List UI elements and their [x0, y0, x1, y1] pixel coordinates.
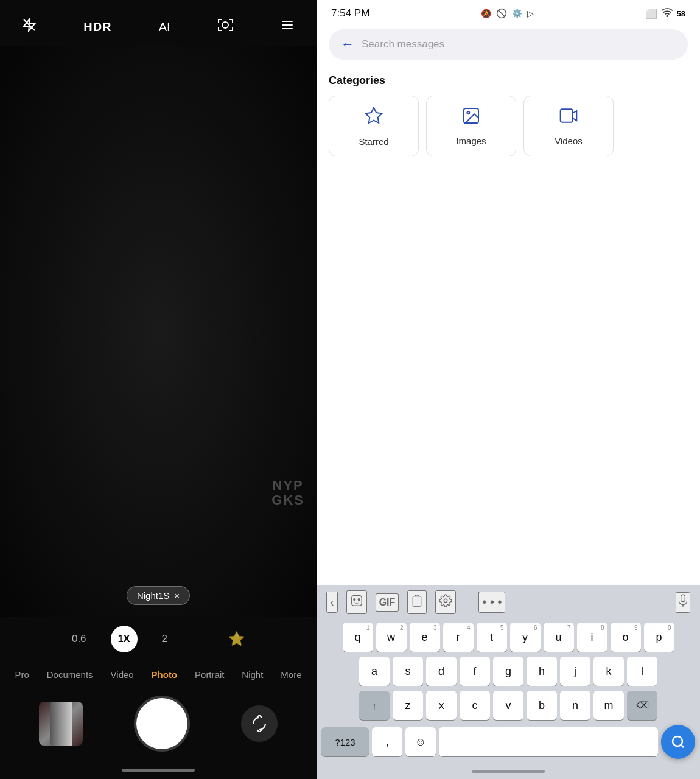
- star-icon: [364, 106, 383, 130]
- key-n[interactable]: n: [560, 691, 590, 720]
- key-i[interactable]: i8: [577, 623, 607, 652]
- zoom-star-button[interactable]: ⭐: [228, 631, 245, 647]
- key-f[interactable]: f: [460, 657, 490, 686]
- zoom-0.6-button[interactable]: 0.6: [72, 633, 86, 645]
- categories-grid: Starred Images Videos: [329, 96, 688, 156]
- camera-panel: HDR AI Night1S × NYP GKS 0.6 1X 2: [0, 0, 317, 779]
- search-bar[interactable]: ← Search messages: [329, 29, 688, 60]
- svg-rect-5: [282, 28, 293, 29]
- numbers-key[interactable]: ?123: [321, 727, 369, 756]
- camera-mode-bar: Pro Documents Video Photo Portrait Night…: [0, 661, 317, 688]
- key-j[interactable]: j: [560, 657, 590, 686]
- night-badge-close[interactable]: ×: [174, 590, 180, 601]
- key-e[interactable]: e3: [410, 623, 440, 652]
- flash-toggle-button[interactable]: [22, 18, 37, 36]
- zoom-1x-button[interactable]: 1X: [111, 626, 138, 652]
- keyboard-back-button[interactable]: ‹: [326, 592, 338, 613]
- key-m[interactable]: m: [593, 691, 624, 720]
- delete-key[interactable]: ⌫: [627, 691, 657, 720]
- svg-point-2: [222, 22, 228, 28]
- flip-camera-button[interactable]: [241, 705, 278, 742]
- key-v[interactable]: v: [493, 691, 523, 720]
- status-time: 7:54 PM: [331, 7, 369, 19]
- keyboard-row-1: q1 w2 e3 r4 t5 y6 u7 i8 o9 p0: [319, 623, 698, 652]
- space-key[interactable]: [439, 727, 658, 756]
- status-icons: 🔕 ⚙️ ▷: [481, 8, 534, 19]
- focus-mode-button[interactable]: [217, 17, 233, 37]
- gif-button[interactable]: GIF: [376, 593, 399, 612]
- shutter-button[interactable]: [136, 698, 187, 749]
- mode-night[interactable]: Night: [238, 667, 267, 682]
- mode-documents[interactable]: Documents: [43, 667, 97, 682]
- messages-panel: 7:54 PM 🔕 ⚙️ ▷ ⬜ 58 ← Sear: [317, 0, 700, 779]
- wifi-icon: [661, 7, 673, 19]
- gallery-thumbnail[interactable]: [39, 702, 83, 746]
- mode-video[interactable]: Video: [107, 667, 138, 682]
- home-bar: [122, 769, 195, 772]
- clipboard-button[interactable]: [407, 590, 427, 614]
- search-submit-button[interactable]: [661, 725, 695, 759]
- videos-icon: [559, 106, 578, 130]
- key-k[interactable]: k: [593, 657, 624, 686]
- key-z[interactable]: z: [393, 691, 423, 720]
- svg-point-11: [467, 111, 469, 114]
- home-bar-dark: [472, 770, 545, 773]
- key-p[interactable]: p0: [644, 623, 674, 652]
- svg-marker-9: [366, 107, 382, 122]
- search-input-placeholder[interactable]: Search messages: [362, 38, 676, 51]
- status-right-icons: ⬜ 58: [645, 7, 685, 19]
- key-h[interactable]: h: [527, 657, 557, 686]
- key-w[interactable]: w2: [376, 623, 407, 652]
- category-images[interactable]: Images: [426, 96, 516, 156]
- home-indicator-left: [0, 764, 317, 779]
- category-starred[interactable]: Starred: [329, 96, 419, 156]
- svg-rect-12: [561, 109, 573, 122]
- key-u[interactable]: u7: [544, 623, 574, 652]
- watermark: NYP GKS: [271, 478, 304, 508]
- shift-key[interactable]: ↑: [359, 691, 390, 720]
- mode-pro[interactable]: Pro: [11, 667, 32, 682]
- category-overflow[interactable]: [621, 96, 651, 156]
- home-indicator-right: [317, 766, 700, 779]
- svg-line-22: [681, 745, 684, 747]
- more-options-button[interactable]: [280, 18, 295, 36]
- status-bar: 7:54 PM 🔕 ⚙️ ▷ ⬜ 58: [317, 0, 700, 24]
- key-c[interactable]: c: [460, 691, 490, 720]
- key-l[interactable]: l: [627, 657, 657, 686]
- key-b[interactable]: b: [527, 691, 557, 720]
- zoom-2x-button[interactable]: 2: [162, 633, 167, 645]
- mode-more[interactable]: More: [277, 667, 305, 682]
- key-o[interactable]: o9: [611, 623, 641, 652]
- starred-label: Starred: [359, 136, 388, 147]
- svg-rect-3: [282, 21, 293, 22]
- key-y[interactable]: y6: [510, 623, 541, 652]
- mode-photo[interactable]: Photo: [148, 667, 181, 682]
- keyboard-row-2: a s d f g h j k l: [319, 657, 698, 686]
- key-x[interactable]: x: [426, 691, 457, 720]
- sticker-button[interactable]: [346, 590, 367, 614]
- key-r[interactable]: r4: [443, 623, 474, 652]
- category-videos[interactable]: Videos: [523, 96, 614, 156]
- hdr-label: HDR: [83, 20, 111, 34]
- settings-icon: ⚙️: [512, 9, 522, 18]
- microphone-button[interactable]: [676, 592, 690, 613]
- svg-rect-19: [681, 595, 685, 602]
- search-back-button[interactable]: ←: [341, 37, 354, 52]
- mute-icon: 🔕: [481, 9, 491, 18]
- images-label: Images: [456, 136, 486, 146]
- mode-portrait[interactable]: Portrait: [191, 667, 228, 682]
- search-bar-container: ← Search messages: [317, 24, 700, 69]
- comma-key[interactable]: ,: [372, 727, 402, 756]
- key-a[interactable]: a: [359, 657, 390, 686]
- key-s[interactable]: s: [393, 657, 423, 686]
- svg-point-15: [354, 599, 355, 601]
- settings-keyboard-button[interactable]: [435, 590, 456, 614]
- keyboard-bottom-row: ?123 , ☺: [319, 725, 698, 759]
- key-d[interactable]: d: [426, 657, 457, 686]
- more-tools-button[interactable]: • • •: [478, 592, 505, 613]
- emoji-key[interactable]: ☺: [405, 727, 436, 756]
- key-t[interactable]: t5: [477, 623, 507, 652]
- key-q[interactable]: q1: [343, 623, 373, 652]
- svg-point-16: [358, 599, 360, 601]
- key-g[interactable]: g: [493, 657, 523, 686]
